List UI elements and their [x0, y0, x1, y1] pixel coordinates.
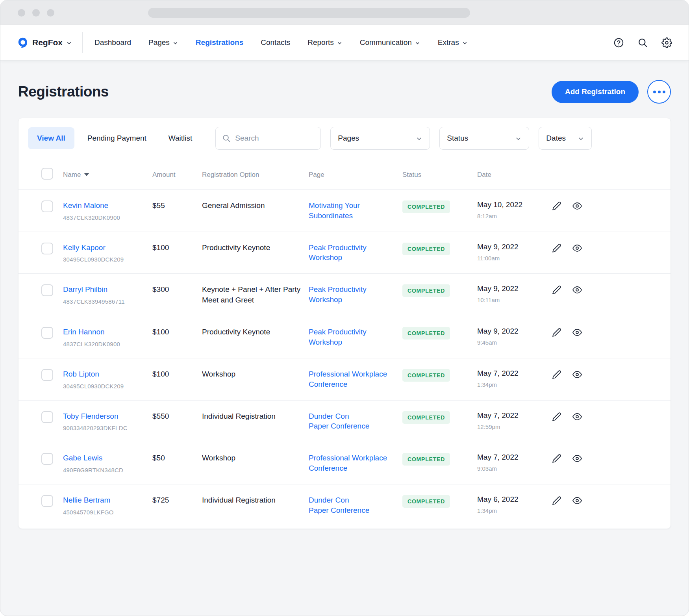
search-input[interactable] [235, 134, 314, 143]
column-header-status[interactable]: Status [402, 171, 477, 179]
edit-icon[interactable] [552, 201, 561, 211]
edit-icon[interactable] [552, 328, 561, 337]
chevron-down-icon [66, 40, 72, 46]
header-actions: Add Registration [552, 80, 671, 104]
registration-id: 4837CLK320DK0900 [63, 341, 152, 347]
filter-tab-view-all[interactable]: View All [28, 127, 74, 149]
row-checkbox[interactable] [41, 369, 53, 381]
registration-option-value: Workshop [202, 453, 309, 464]
row-checkbox[interactable] [41, 200, 53, 212]
table-row: Kevin Malone 4837CLK320DK0900 $55 Genera… [19, 190, 670, 232]
nav-item-reports[interactable]: Reports [307, 38, 343, 47]
edit-icon[interactable] [552, 285, 561, 295]
page-title: Registrations [18, 83, 109, 100]
dates-filter-dropdown[interactable]: Dates [539, 127, 592, 150]
view-icon[interactable] [572, 328, 582, 337]
browser-chrome [0, 0, 689, 25]
registrant-name-link[interactable]: Toby Flenderson [63, 411, 118, 421]
column-header-date[interactable]: Date [477, 171, 552, 179]
column-header-name[interactable]: Name [63, 171, 152, 179]
chevron-down-icon [172, 40, 178, 46]
date-value: May 7, 2022 [477, 453, 552, 462]
search-box[interactable] [215, 127, 321, 150]
time-value: 12:59pm [477, 423, 552, 430]
page-link[interactable]: Peak Productivity Workshop [309, 327, 367, 347]
nav-item-label: Dashboard [94, 38, 131, 47]
page-link[interactable]: Peak Productivity Workshop [309, 284, 367, 304]
window-control-dot[interactable] [47, 9, 54, 17]
add-registration-button[interactable]: Add Registration [552, 81, 639, 103]
edit-icon[interactable] [552, 412, 561, 421]
page-link[interactable]: Dunder Con Paper Conference [309, 411, 369, 431]
registrant-name-link[interactable]: Nellie Bertram [63, 495, 110, 505]
row-checkbox[interactable] [41, 327, 53, 339]
registrant-name-link[interactable]: Kevin Malone [63, 200, 108, 211]
registrant-name-link[interactable]: Kelly Kapoor [63, 243, 106, 253]
window-control-dot[interactable] [32, 9, 40, 17]
view-icon[interactable] [572, 243, 582, 253]
column-header-page[interactable]: Page [309, 171, 402, 179]
page-link[interactable]: Dunder Con Paper Conference [309, 495, 369, 515]
page-link[interactable]: Motivating Your Subordinates [309, 200, 360, 221]
edit-icon[interactable] [552, 496, 561, 505]
edit-icon[interactable] [552, 243, 561, 253]
nav-item-extras[interactable]: Extras [438, 38, 468, 47]
row-actions [552, 495, 648, 505]
table-row: Erin Hannon 4837CLK320DK0900 $100 Produc… [19, 316, 670, 358]
registrant-name-link[interactable]: Rob Lipton [63, 369, 99, 379]
page-link[interactable]: Professional Workplace Conference [309, 453, 387, 473]
page-link[interactable]: Professional Workplace Conference [309, 369, 387, 389]
dropdown-label: Pages [338, 134, 359, 143]
date-value: May 7, 2022 [477, 369, 552, 378]
row-checkbox[interactable] [41, 243, 53, 254]
page-header: Registrations Add Registration [18, 60, 671, 104]
view-icon[interactable] [572, 285, 582, 295]
time-value: 9:45am [477, 339, 552, 346]
view-icon[interactable] [572, 412, 582, 421]
nav-item-label: Extras [438, 38, 459, 47]
nav-item-registrations[interactable]: Registrations [196, 38, 243, 47]
view-icon[interactable] [572, 370, 582, 379]
status-filter-dropdown[interactable]: Status [439, 127, 529, 150]
view-icon[interactable] [572, 454, 582, 463]
url-bar[interactable] [148, 8, 470, 18]
registration-option-value: General Admission [202, 200, 309, 211]
edit-icon[interactable] [552, 370, 561, 379]
row-checkbox[interactable] [41, 284, 53, 296]
search-icon[interactable] [637, 37, 648, 48]
row-actions [552, 453, 648, 463]
status-badge: COMPLETED [402, 453, 450, 466]
help-icon[interactable] [613, 37, 624, 48]
registrant-name-link[interactable]: Gabe Lewis [63, 453, 102, 463]
nav-item-pages[interactable]: Pages [148, 38, 178, 47]
filter-tab-pending-payment[interactable]: Pending Payment [78, 127, 156, 149]
more-options-button[interactable] [647, 80, 671, 104]
view-icon[interactable] [572, 496, 582, 505]
date-value: May 10, 2022 [477, 200, 552, 209]
row-checkbox[interactable] [41, 453, 53, 465]
gear-icon[interactable] [661, 37, 672, 48]
nav-item-dashboard[interactable]: Dashboard [94, 38, 131, 47]
registrant-name-link[interactable]: Erin Hannon [63, 327, 105, 337]
status-badge: COMPLETED [402, 495, 450, 508]
select-all-checkbox[interactable] [41, 168, 53, 180]
filter-tab-waitlist[interactable]: Waitlist [159, 127, 202, 149]
column-header-amount[interactable]: Amount [152, 171, 202, 179]
registration-option-value: Productivity Keynote [202, 327, 309, 338]
registrant-name-link[interactable]: Darryl Philbin [63, 284, 107, 295]
row-checkbox[interactable] [41, 411, 53, 423]
pages-filter-dropdown[interactable]: Pages [330, 127, 430, 150]
nav-item-communication[interactable]: Communication [360, 38, 420, 47]
edit-icon[interactable] [552, 454, 561, 463]
brand-logo[interactable]: RegFox [17, 37, 72, 48]
window-control-dot[interactable] [18, 9, 25, 17]
column-header-registration-option[interactable]: Registration Option [202, 171, 309, 179]
nav-item-contacts[interactable]: Contacts [261, 38, 290, 47]
row-checkbox[interactable] [41, 495, 53, 507]
view-icon[interactable] [572, 201, 582, 211]
time-value: 8:12am [477, 213, 552, 219]
amount-value: $550 [152, 411, 202, 422]
registration-option-value: Productivity Keynote [202, 243, 309, 253]
registration-id: 450945709LKFGO [63, 509, 152, 516]
page-link[interactable]: Peak Productivity Workshop [309, 243, 367, 263]
